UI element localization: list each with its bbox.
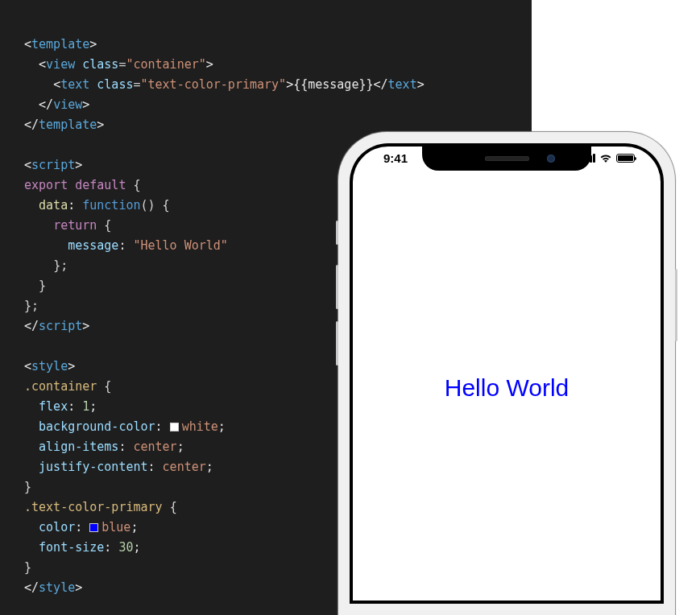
- battery-icon: [616, 154, 635, 163]
- kw-export: export: [24, 178, 68, 192]
- phone-mockup: 9:41 Hello World: [338, 132, 675, 615]
- battery-fill: [618, 155, 633, 161]
- tag-template-open: template: [31, 37, 89, 52]
- color-swatch-white: [170, 423, 179, 431]
- color-swatch-blue: [89, 523, 98, 532]
- sel-text-color-primary: .text-color-primary: [24, 500, 163, 514]
- phone-bezel: 9:41 Hello World: [350, 143, 664, 604]
- prop-data: data: [39, 198, 68, 213]
- tag-view: view: [46, 57, 75, 72]
- app-message-text: Hello World: [445, 374, 570, 402]
- phone-volume-down-button: [336, 321, 338, 365]
- prop-message: message: [68, 238, 118, 253]
- tag-text: text: [60, 77, 89, 92]
- kw-default: default: [75, 178, 126, 192]
- tag-style: style: [31, 359, 68, 374]
- sel-container: .container: [24, 379, 97, 394]
- phone-power-button: [675, 269, 677, 341]
- tag-script: script: [31, 158, 75, 172]
- string-hello-world: "Hello World": [133, 238, 227, 253]
- signal-icon: [582, 154, 596, 163]
- kw-function: function: [82, 198, 140, 213]
- status-bar: 9:41: [353, 151, 661, 165]
- phone-silence-switch: [336, 221, 338, 245]
- status-time: 9:41: [383, 151, 408, 165]
- phone-screen[interactable]: 9:41 Hello World: [353, 147, 661, 601]
- interpolation: {{message}}: [293, 77, 373, 92]
- status-right: [582, 154, 636, 163]
- phone-volume-up-button: [336, 265, 338, 309]
- tag-template-close: template: [39, 118, 97, 132]
- kw-return: return: [53, 218, 97, 233]
- app-content: Hello World: [353, 179, 661, 601]
- wifi-icon: [599, 154, 612, 163]
